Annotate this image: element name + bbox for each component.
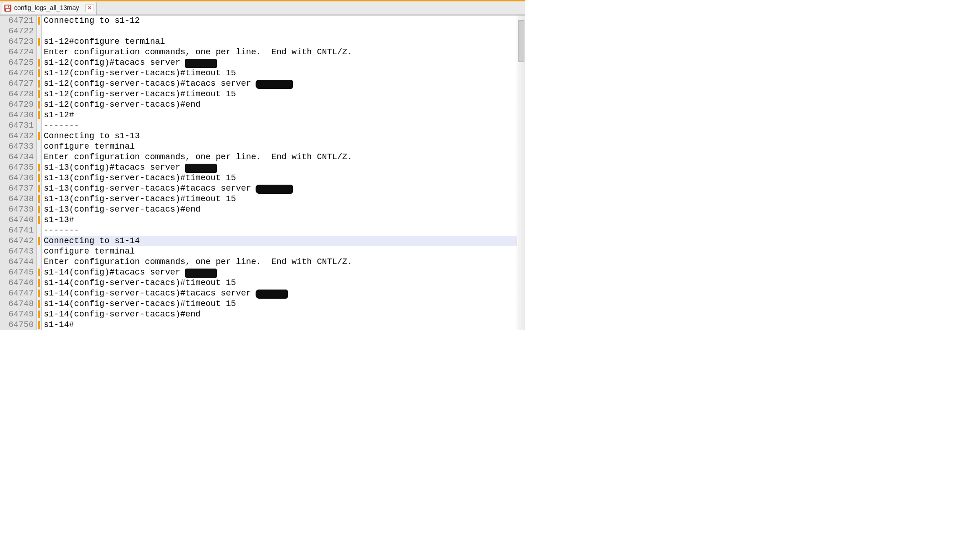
line-number: 64722	[2, 26, 34, 36]
change-marker-icon	[37, 89, 41, 99]
line-number: 64734	[2, 152, 34, 162]
line-number: 64746	[2, 278, 34, 288]
code-line[interactable]: s1-13#	[44, 215, 517, 225]
line-number: 64728	[2, 89, 34, 99]
line-number: 64732	[2, 131, 34, 141]
change-marker-icon	[37, 288, 41, 299]
line-number: 64749	[2, 309, 34, 320]
code-line[interactable]: Connecting to s1-13	[44, 131, 517, 141]
editor-window: config_logs_all_13may ✕	[0, 0, 525, 15]
code-line[interactable]: s1-14(config-server-tacacs)#tacacs serve…	[44, 288, 517, 299]
code-line[interactable]: s1-13(config-server-tacacs)#timeout 15	[44, 194, 517, 204]
code-line[interactable]: s1-12#	[44, 110, 517, 120]
marker-slot	[37, 120, 41, 131]
line-number: 64741	[2, 225, 34, 236]
code-line[interactable]: s1-14#	[44, 320, 517, 330]
code-line[interactable]: s1-13(config-server-tacacs)#timeout 15	[44, 173, 517, 183]
code-area[interactable]: Connecting to s1-12s1-12#configure termi…	[42, 16, 517, 330]
svg-rect-1	[5, 5, 10, 8]
code-line[interactable]: Enter configuration commands, one per li…	[44, 257, 517, 267]
code-line[interactable]: Connecting to s1-12	[44, 16, 517, 26]
code-line[interactable]: configure terminal	[44, 246, 517, 257]
line-number: 64727	[2, 78, 34, 89]
code-line[interactable]: -------	[44, 225, 517, 236]
change-marker-icon	[37, 173, 41, 183]
code-line[interactable]: s1-12(config-server-tacacs)#end	[44, 99, 517, 110]
code-line[interactable]: s1-14(config-server-tacacs)#end	[44, 309, 517, 320]
change-marker-icon	[37, 57, 41, 68]
close-tab-icon[interactable]: ✕	[85, 4, 93, 12]
code-line[interactable]: -------	[44, 120, 517, 131]
code-line[interactable]: s1-13(config)#tacacs server XXXXXX	[44, 162, 517, 173]
code-line[interactable]: s1-12(config-server-tacacs)#timeout 15	[44, 89, 517, 99]
marker-slot	[37, 246, 41, 257]
code-line[interactable]	[44, 26, 517, 36]
file-tab[interactable]: config_logs_all_13may ✕	[2, 2, 97, 15]
change-marker-gutter	[37, 16, 42, 330]
scrollbar-thumb[interactable]	[518, 20, 524, 62]
line-number: 64744	[2, 257, 34, 267]
line-number: 64747	[2, 288, 34, 299]
line-number: 64748	[2, 299, 34, 309]
change-marker-icon	[37, 183, 41, 194]
marker-slot	[37, 257, 41, 267]
change-marker-icon	[37, 162, 41, 173]
line-number: 64731	[2, 120, 34, 131]
tab-bar: config_logs_all_13may ✕	[0, 1, 525, 15]
code-line[interactable]: s1-13(config-server-tacacs)#end	[44, 204, 517, 215]
svg-rect-3	[8, 5, 9, 7]
redacted-text: XXXXXX	[185, 269, 217, 277]
change-marker-icon	[37, 99, 41, 110]
line-number: 64724	[2, 47, 34, 57]
change-marker-icon	[37, 194, 41, 204]
change-marker-icon	[37, 110, 41, 120]
code-line[interactable]: s1-14(config-server-tacacs)#timeout 15	[44, 278, 517, 288]
line-number: 64725	[2, 57, 34, 68]
line-number: 64743	[2, 246, 34, 257]
line-number: 64745	[2, 267, 34, 278]
line-number: 64726	[2, 68, 34, 78]
line-number: 64742	[2, 236, 34, 246]
line-number-gutter: 6472164722647236472464725647266472764728…	[0, 16, 37, 330]
change-marker-icon	[37, 299, 41, 309]
file-tab-label: config_logs_all_13may	[14, 3, 79, 13]
change-marker-icon	[37, 215, 41, 225]
change-marker-icon	[37, 78, 41, 89]
line-number: 64738	[2, 194, 34, 204]
marker-slot	[37, 141, 41, 152]
code-line[interactable]: s1-12(config-server-tacacs)#tacacs serve…	[44, 78, 517, 89]
line-number: 64729	[2, 99, 34, 110]
line-number: 64733	[2, 141, 34, 152]
code-line[interactable]: configure terminal	[44, 141, 517, 152]
redacted-text: XXXXXXX	[256, 185, 292, 193]
code-line[interactable]: Connecting to s1-14	[44, 236, 517, 246]
code-line[interactable]: Enter configuration commands, one per li…	[44, 47, 517, 57]
marker-slot	[37, 152, 41, 162]
code-line[interactable]: s1-14(config)#tacacs server XXXXXX	[44, 267, 517, 278]
change-marker-icon	[37, 204, 41, 215]
line-number: 64740	[2, 215, 34, 225]
code-line[interactable]: s1-13(config-server-tacacs)#tacacs serve…	[44, 183, 517, 194]
text-editor[interactable]: 6472164722647236472464725647266472764728…	[0, 15, 525, 330]
code-line[interactable]: s1-12#configure terminal	[44, 36, 517, 47]
vertical-scrollbar[interactable]	[517, 16, 525, 330]
code-line[interactable]: Enter configuration commands, one per li…	[44, 152, 517, 162]
change-marker-icon	[37, 236, 41, 246]
line-number: 64737	[2, 183, 34, 194]
code-line[interactable]: s1-12(config)#tacacs server XXXXXX	[44, 57, 517, 68]
redacted-text: XXXXXX	[185, 164, 217, 172]
marker-slot	[37, 47, 41, 57]
redacted-text: XXXXXX	[185, 59, 217, 67]
line-number: 64723	[2, 36, 34, 47]
change-marker-icon	[37, 131, 41, 141]
code-line[interactable]: s1-12(config-server-tacacs)#timeout 15	[44, 68, 517, 78]
change-marker-icon	[37, 36, 41, 47]
change-marker-icon	[37, 278, 41, 288]
code-line[interactable]: s1-14(config-server-tacacs)#timeout 15	[44, 299, 517, 309]
line-number: 64735	[2, 162, 34, 173]
redacted-text: XXXXXX	[256, 290, 287, 298]
line-number: 64750	[2, 320, 34, 330]
marker-slot	[37, 26, 41, 36]
unsaved-disk-icon	[4, 5, 11, 12]
svg-rect-2	[6, 9, 10, 11]
